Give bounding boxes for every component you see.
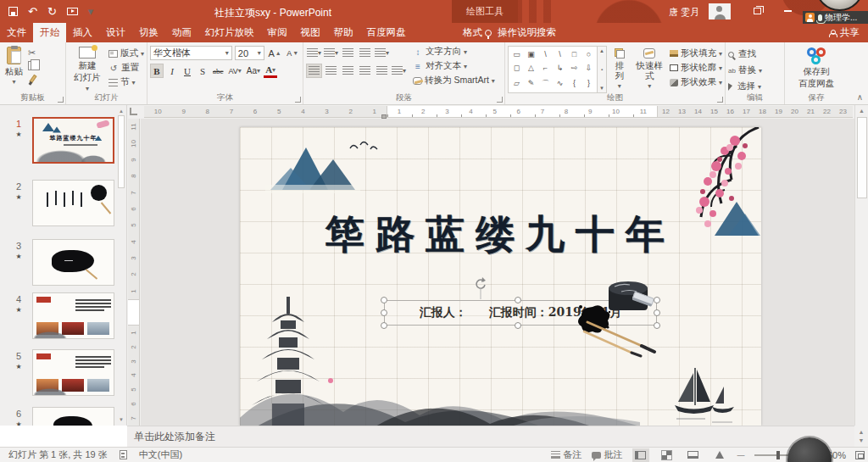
selection-handle-e[interactable] bbox=[654, 309, 660, 316]
shape-glyph[interactable]: \ bbox=[544, 50, 547, 58]
selection-handle-ne[interactable] bbox=[654, 297, 660, 303]
tab-design[interactable]: 设计 bbox=[99, 23, 132, 42]
shape-glyph[interactable]: ⇩ bbox=[586, 64, 593, 72]
italic-button[interactable]: I bbox=[165, 64, 179, 78]
thumbnail-scrollbar[interactable]: ▲ ▼ bbox=[117, 107, 125, 424]
shape-outline-button[interactable]: 形状轮廓▾ bbox=[670, 62, 722, 74]
comments-toggle-button[interactable]: 批注 bbox=[592, 448, 623, 461]
save-to-baidu-button[interactable]: 保存到 百度网盘 bbox=[796, 46, 837, 93]
align-left-button[interactable] bbox=[306, 64, 322, 78]
horizontal-ruler[interactable]: 10987654321 1234567891011 12131415161718… bbox=[127, 105, 854, 119]
layout-button[interactable]: 版式▾ bbox=[108, 47, 144, 59]
paragraph-dialog-launcher[interactable] bbox=[497, 97, 503, 103]
canvas-scrollbar[interactable]: ▲ bbox=[854, 105, 868, 426]
slide-sorter-view-button[interactable] bbox=[659, 448, 676, 462]
redo-icon[interactable]: ↻ bbox=[47, 6, 57, 17]
format-painter-button[interactable] bbox=[29, 75, 36, 83]
zoom-slider-thumb[interactable] bbox=[776, 451, 780, 459]
reading-view-button[interactable] bbox=[685, 448, 702, 462]
shrink-font-button[interactable]: A▼ bbox=[286, 46, 300, 60]
tab-file[interactable]: 文件 bbox=[0, 23, 33, 42]
slide-thumbnail-6[interactable] bbox=[32, 407, 114, 426]
text-direction-button[interactable]: ↕文字方向▾ bbox=[413, 46, 495, 58]
replace-button[interactable]: ab替换▾ bbox=[728, 64, 762, 76]
quick-styles-button[interactable]: 快速样式 ▾ bbox=[632, 46, 667, 93]
selection-handle-s[interactable] bbox=[515, 322, 521, 329]
convert-smartart-button[interactable]: 转换为 SmartArt▾ bbox=[413, 75, 495, 86]
slide-thumbnail-5[interactable] bbox=[32, 349, 114, 396]
font-color-button[interactable]: A▾ bbox=[264, 64, 277, 78]
copy-button[interactable] bbox=[28, 61, 36, 70]
tell-me-search[interactable]: 操作说明搜索 bbox=[485, 23, 556, 42]
thumbnail-scrollbar-thumb[interactable] bbox=[118, 115, 125, 188]
slide-thumbnail-2[interactable] bbox=[32, 180, 114, 226]
character-spacing-button[interactable]: AV▾ bbox=[227, 64, 243, 78]
slide-nav-buttons[interactable]: ▲ ▼ bbox=[854, 426, 868, 447]
strikethrough-button[interactable]: abc bbox=[211, 64, 225, 78]
shape-glyph[interactable]: ◻ bbox=[514, 64, 520, 72]
shape-glyph[interactable]: △ bbox=[528, 64, 534, 72]
grow-font-button[interactable]: A▲ bbox=[267, 46, 283, 60]
birds-image[interactable] bbox=[348, 141, 381, 154]
shape-glyph[interactable]: ⌒ bbox=[542, 78, 549, 89]
slide-canvas[interactable]: 筚路蓝缕九十年 汇报人： 汇报时间：2019年11月 bbox=[141, 119, 854, 426]
canvas-scroll-up-icon[interactable]: ▲ bbox=[859, 105, 865, 117]
tab-home[interactable]: 开始 bbox=[33, 23, 66, 42]
shape-glyph[interactable]: ▭ bbox=[513, 50, 520, 58]
save-icon[interactable] bbox=[8, 7, 18, 16]
collapse-ribbon-button[interactable]: ∧ bbox=[857, 92, 863, 102]
sailboats-image[interactable] bbox=[668, 365, 737, 426]
selection-handle-nw[interactable] bbox=[381, 297, 387, 303]
section-button[interactable]: 节▾ bbox=[108, 76, 144, 88]
avatar[interactable] bbox=[709, 3, 731, 19]
tab-insert[interactable]: 插入 bbox=[66, 23, 99, 42]
start-slideshow-icon[interactable] bbox=[67, 8, 78, 15]
shape-glyph[interactable]: ↳ bbox=[557, 64, 564, 72]
restore-window-icon[interactable] bbox=[754, 8, 761, 14]
notes-pane[interactable]: 单击此处添加备注 bbox=[127, 426, 854, 447]
shapes-gallery-scrollbar[interactable]: ▲ ▪ ▼ bbox=[598, 46, 607, 93]
indent-marker[interactable] bbox=[381, 114, 387, 119]
vertical-ruler[interactable]: 1110987654321 1234567 bbox=[127, 119, 141, 426]
meeting-overlay-bar[interactable]: 物理学... bbox=[803, 11, 868, 24]
shape-glyph[interactable]: ▱ bbox=[514, 79, 520, 87]
arrange-button[interactable]: 排列 ▾ bbox=[609, 46, 630, 93]
change-case-button[interactable]: Aa▾ bbox=[245, 64, 262, 78]
notes-placeholder[interactable]: 单击此处添加备注 bbox=[134, 430, 215, 444]
shape-glyph[interactable]: ⇨ bbox=[571, 64, 578, 72]
selection-handle-se[interactable] bbox=[654, 322, 660, 329]
reset-button[interactable]: ↺重置 bbox=[108, 62, 144, 74]
shape-glyph[interactable]: } bbox=[587, 79, 590, 87]
align-center-button[interactable] bbox=[323, 64, 339, 78]
align-right-button[interactable] bbox=[340, 64, 356, 78]
font-size-combobox[interactable]: 20 ▾ bbox=[235, 46, 264, 60]
underline-button[interactable]: U bbox=[181, 64, 194, 78]
previous-slide-icon[interactable]: ▲ bbox=[859, 429, 865, 436]
slide-thumbnail-4[interactable] bbox=[32, 292, 114, 339]
selection-handle-w[interactable] bbox=[381, 309, 387, 316]
canvas-scrollbar-thumb[interactable] bbox=[857, 117, 867, 198]
line-spacing-button[interactable]: ▾ bbox=[374, 46, 390, 60]
new-slide-button[interactable]: 新建 幻灯片 ▾ bbox=[69, 46, 106, 93]
font-name-combobox[interactable]: 华文楷体 ▾ bbox=[150, 46, 232, 60]
language-indicator[interactable]: 中文(中国) bbox=[139, 448, 182, 461]
ink-mountains-left-image[interactable] bbox=[265, 137, 360, 197]
tab-baidu-netdisk[interactable]: 百度网盘 bbox=[360, 23, 413, 42]
tab-help[interactable]: 帮助 bbox=[327, 23, 360, 42]
shape-glyph[interactable]: ▣ bbox=[527, 50, 535, 58]
reporter-label[interactable]: 汇报人： bbox=[420, 305, 467, 320]
slide-thumbnail-3[interactable] bbox=[32, 239, 114, 286]
tab-transitions[interactable]: 切换 bbox=[132, 23, 165, 42]
clipboard-dialog-launcher[interactable] bbox=[58, 97, 64, 103]
minimize-icon[interactable] bbox=[784, 10, 792, 12]
slide-thumbnail-1[interactable]: 筚路蓝缕九十年 bbox=[32, 117, 114, 164]
select-button[interactable]: 选择▾ bbox=[728, 81, 762, 92]
selection-handle-n[interactable] bbox=[515, 297, 521, 303]
shape-glyph[interactable]: ∿ bbox=[557, 79, 564, 87]
slide-title-text[interactable]: 筚路蓝缕九十年 bbox=[240, 209, 761, 261]
ink-mountain-range-image[interactable] bbox=[240, 346, 640, 426]
normal-view-button[interactable] bbox=[632, 448, 649, 462]
slide-editing-area[interactable]: 筚路蓝缕九十年 汇报人： 汇报时间：2019年11月 bbox=[240, 127, 761, 426]
decrease-indent-button[interactable] bbox=[340, 46, 356, 60]
cut-button[interactable]: ✂ bbox=[28, 47, 38, 58]
